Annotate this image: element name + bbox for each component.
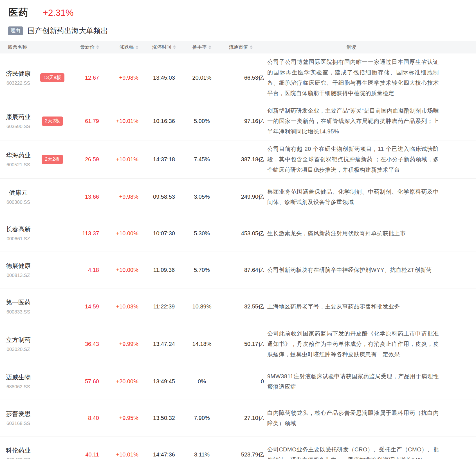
table-body: 济民健康603222.SS13天8板12.67+9.98%13:45:0320.… bbox=[0, 53, 476, 459]
column-header-price[interactable]: 最新价 bbox=[68, 44, 101, 50]
interpretation: 白内障药物龙头，核心产品莎普爱思滴眼液属于眼科用药（抗白内障类）领域 bbox=[264, 408, 476, 429]
change-percent: +10.01% bbox=[101, 156, 140, 163]
sort-icon[interactable] bbox=[173, 45, 176, 49]
market-cap: 27.10亿 bbox=[217, 414, 264, 422]
table-row[interactable]: 立方制药003020.SZ36.43+9.99%13:47:2414.18%50… bbox=[0, 325, 476, 363]
limit-up-badge: 13天8板 bbox=[40, 73, 64, 82]
interpretation: 公司创新药板块有在研脑卒中神经保护剂WYY、抗血栓ZT创新药 bbox=[264, 265, 476, 275]
change-percent: +9.95% bbox=[101, 415, 140, 421]
stock-name[interactable]: 健康元 bbox=[0, 189, 37, 197]
stock-code: 003020.SZ bbox=[0, 347, 37, 352]
limit-up-badge: 2天2板 bbox=[42, 155, 63, 164]
table-row[interactable]: 济民健康603222.SS13天8板12.67+9.98%13:45:0320.… bbox=[0, 53, 476, 102]
stock-code: 000813.SZ bbox=[0, 273, 37, 278]
sort-icon[interactable] bbox=[136, 45, 138, 49]
stock-name-cell[interactable]: 德展健康000813.SZ bbox=[0, 262, 37, 278]
stock-name[interactable]: 华海药业 bbox=[0, 151, 37, 160]
latest-price: 57.60 bbox=[68, 378, 101, 385]
stock-code: 688062.SS bbox=[0, 384, 37, 390]
turnover-rate: 14.18% bbox=[182, 341, 217, 347]
stock-name[interactable]: 科伦药业 bbox=[0, 446, 37, 455]
limit-up-badge: 2天2板 bbox=[42, 117, 63, 126]
turnover-rate: 5.70% bbox=[182, 267, 217, 273]
market-cap: 87.64亿 bbox=[217, 266, 264, 274]
stock-name[interactable]: 立方制药 bbox=[0, 336, 37, 344]
market-cap: 50.17亿 bbox=[217, 340, 264, 348]
latest-price: 113.37 bbox=[68, 230, 101, 237]
badge-cell: 2天2板 bbox=[37, 155, 68, 164]
stock-name[interactable]: 长春高新 bbox=[0, 225, 37, 234]
column-header-name: 股票名称 bbox=[0, 44, 68, 50]
sort-icon[interactable] bbox=[250, 45, 253, 49]
column-header-mcap[interactable]: 流通市值 bbox=[217, 44, 264, 50]
table-row[interactable]: 德展健康000813.SZ4.18+10.00%11:09:365.70%87.… bbox=[0, 252, 476, 288]
sector-change: +2.31% bbox=[43, 8, 73, 18]
column-header-time[interactable]: 涨停时间 bbox=[140, 44, 182, 50]
interpretation: 创新型制药研发企业，主要产品“苏灵”是目前国内血凝酶制剂市场唯一的国家一类新药，… bbox=[264, 106, 476, 137]
sort-icon[interactable] bbox=[96, 45, 99, 49]
interpretation: 公司目前有超 20 个在研生物创新药项目，11 个已进入临床试验阶段，其中包含全… bbox=[264, 144, 476, 175]
stock-name-cell[interactable]: 第一医药600833.SS bbox=[0, 298, 37, 315]
table-row[interactable]: 长春高新000661.SZ113.37+10.00%10:07:305.30%4… bbox=[0, 215, 476, 252]
stock-name-cell[interactable]: 华海药业600521.SS bbox=[0, 151, 37, 168]
stock-name-cell[interactable]: 莎普爱思603168.SS bbox=[0, 410, 37, 426]
stock-name-cell[interactable]: 迈威生物688062.SS bbox=[0, 373, 37, 390]
market-cap: 523.79亿 bbox=[217, 451, 264, 458]
market-cap: 66.53亿 bbox=[217, 74, 264, 82]
change-percent: +10.03% bbox=[101, 303, 140, 310]
column-label: 涨跌幅 bbox=[120, 44, 134, 50]
badge-cell: 13天8板 bbox=[37, 73, 68, 82]
sector-header: 医药 +2.31% bbox=[0, 0, 476, 19]
turnover-rate: 7.90% bbox=[182, 415, 217, 421]
latest-price: 8.40 bbox=[68, 415, 101, 421]
limit-up-time: 14:47:36 bbox=[140, 451, 182, 458]
stock-name-cell[interactable]: 科伦药业002422.SZ bbox=[0, 446, 37, 459]
table-row[interactable]: 迈威生物688062.SS57.60+20.00%13:49:450%09MW3… bbox=[0, 363, 476, 400]
latest-price: 14.59 bbox=[68, 303, 101, 310]
reason-text: 国产创新药出海大单频出 bbox=[28, 26, 108, 36]
market-cap: 249.90亿 bbox=[217, 193, 264, 201]
stock-name[interactable]: 迈威生物 bbox=[0, 373, 37, 382]
stock-name[interactable]: 德展健康 bbox=[0, 262, 37, 270]
limit-up-time: 13:47:24 bbox=[140, 341, 182, 347]
table-row[interactable]: 科伦药业002422.SZ40.11+10.01%14:47:363.11%52… bbox=[0, 436, 476, 459]
turnover-rate: 0% bbox=[182, 378, 217, 385]
column-header-turnover[interactable]: 换手率 bbox=[182, 44, 217, 50]
limit-up-time: 13:45:03 bbox=[140, 75, 182, 81]
turnover-rate: 5.00% bbox=[182, 118, 217, 124]
column-label: 涨停时间 bbox=[152, 44, 171, 50]
market-cap: 0 bbox=[217, 378, 264, 385]
stock-name-cell[interactable]: 康辰药业603590.SS bbox=[0, 113, 37, 129]
stock-name[interactable]: 济民健康 bbox=[0, 70, 37, 78]
limit-up-time: 11:22:39 bbox=[140, 303, 182, 310]
table-header-row: 股票名称最新价涨跌幅涨停时间换手率流通市值解读 bbox=[0, 41, 476, 53]
stock-code: 603222.SS bbox=[0, 80, 37, 86]
reason-line: 理由 国产创新药出海大单频出 bbox=[8, 26, 476, 36]
stock-name-cell[interactable]: 健康元600380.SS bbox=[0, 189, 37, 205]
stock-name[interactable]: 康辰药业 bbox=[0, 113, 37, 121]
reason-badge: 理由 bbox=[8, 26, 23, 35]
stock-name-cell[interactable]: 立方制药003020.SZ bbox=[0, 336, 37, 352]
stock-code: 600521.SS bbox=[0, 162, 37, 168]
turnover-rate: 3.11% bbox=[182, 451, 217, 458]
stock-code: 603590.SS bbox=[0, 124, 37, 129]
change-percent: +9.98% bbox=[101, 75, 140, 81]
column-header-pct[interactable]: 涨跌幅 bbox=[101, 44, 140, 50]
limit-up-time: 10:16:36 bbox=[140, 118, 182, 124]
table-row[interactable]: 华海药业600521.SS2天2板26.59+10.01%14:37:187.4… bbox=[0, 140, 476, 179]
interpretation: 公司子公司博鳌国际医院拥有国内唯一一家通过日本国厚生省认证的国际再生医学实验室，… bbox=[264, 57, 476, 98]
table-row[interactable]: 康辰药业603590.SS2天2板61.79+10.01%10:16:365.0… bbox=[0, 102, 476, 140]
stock-name-cell[interactable]: 长春高新000661.SZ bbox=[0, 225, 37, 242]
stock-table: 股票名称最新价涨跌幅涨停时间换手率流通市值解读 济民健康603222.SS13天… bbox=[0, 41, 476, 459]
sort-icon[interactable] bbox=[208, 45, 211, 49]
table-row[interactable]: 莎普爱思603168.SS8.40+9.95%13:50:327.90%27.1… bbox=[0, 400, 476, 436]
table-row[interactable]: 健康元600380.SS13.66+9.98%09:58:533.05%249.… bbox=[0, 179, 476, 215]
interpretation: 公司此前收到国家药监局下发的丹皮酚《化学原料药上市申请批准通知书》，丹皮酚作为中… bbox=[264, 328, 476, 360]
stock-name[interactable]: 第一医药 bbox=[0, 298, 37, 307]
stock-name-cell[interactable]: 济民健康603222.SS bbox=[0, 70, 37, 86]
table-row[interactable]: 第一医药600833.SS14.59+10.03%11:22:3910.89%3… bbox=[0, 288, 476, 325]
market-cap: 453.05亿 bbox=[217, 230, 264, 237]
stock-name[interactable]: 莎普爱思 bbox=[0, 410, 37, 418]
change-percent: +10.01% bbox=[101, 451, 140, 458]
stock-code: 600380.SS bbox=[0, 200, 37, 205]
